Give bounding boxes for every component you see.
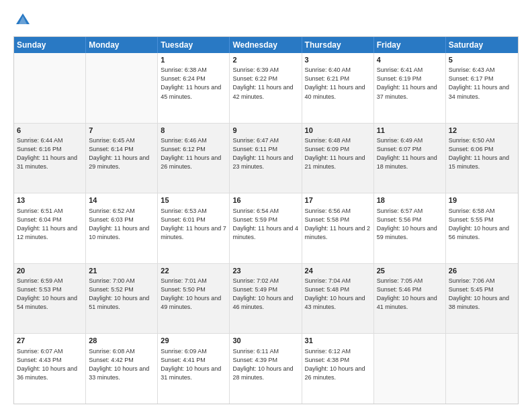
logo: [13, 11, 35, 30]
day-number: 8: [161, 126, 226, 136]
day-number: 21: [89, 266, 154, 276]
calendar-header: SundayMondayTuesdayWednesdayThursdayFrid…: [14, 37, 518, 53]
day-cell-20: 20Sunrise: 6:59 AMSunset: 5:53 PMDayligh…: [14, 264, 86, 334]
day-cell-14: 14Sunrise: 6:52 AMSunset: 6:03 PMDayligh…: [86, 193, 158, 263]
calendar: SundayMondayTuesdayWednesdayThursdayFrid…: [13, 36, 519, 404]
day-info: Sunrise: 7:01 AMSunset: 5:50 PMDaylight:…: [161, 277, 226, 312]
day-info: Sunrise: 6:51 AMSunset: 6:04 PMDaylight:…: [17, 207, 83, 242]
day-info: Sunrise: 7:00 AMSunset: 5:52 PMDaylight:…: [89, 277, 154, 312]
day-number: 19: [449, 195, 515, 205]
day-cell-23: 23Sunrise: 7:02 AMSunset: 5:49 PMDayligh…: [230, 264, 302, 334]
day-info: Sunrise: 6:57 AMSunset: 5:56 PMDaylight:…: [377, 207, 443, 242]
header-day-monday: Monday: [86, 37, 158, 53]
day-cell-5: 5Sunrise: 6:43 AMSunset: 6:17 PMDaylight…: [446, 53, 518, 123]
day-info: Sunrise: 6:47 AMSunset: 6:11 PMDaylight:…: [232, 136, 298, 171]
header-day-sunday: Sunday: [14, 37, 86, 53]
day-number: 13: [17, 195, 83, 205]
day-info: Sunrise: 6:52 AMSunset: 6:03 PMDaylight:…: [89, 207, 154, 242]
day-cell-31: 31Sunrise: 6:12 AMSunset: 4:38 PMDayligh…: [302, 334, 374, 404]
day-info: Sunrise: 6:46 AMSunset: 6:12 PMDaylight:…: [161, 136, 226, 171]
day-cell-17: 17Sunrise: 6:56 AMSunset: 5:58 PMDayligh…: [302, 193, 374, 263]
day-cell-21: 21Sunrise: 7:00 AMSunset: 5:52 PMDayligh…: [86, 264, 158, 334]
header-day-wednesday: Wednesday: [230, 37, 302, 53]
day-number: 31: [305, 336, 371, 346]
day-info: Sunrise: 6:54 AMSunset: 5:59 PMDaylight:…: [232, 207, 298, 242]
day-cell-24: 24Sunrise: 7:04 AMSunset: 5:48 PMDayligh…: [302, 264, 374, 334]
day-cell-11: 11Sunrise: 6:49 AMSunset: 6:07 PMDayligh…: [374, 124, 446, 193]
logo-icon: [13, 11, 32, 30]
day-info: Sunrise: 6:43 AMSunset: 6:17 PMDaylight:…: [449, 66, 515, 101]
day-info: Sunrise: 6:49 AMSunset: 6:07 PMDaylight:…: [377, 136, 443, 171]
day-cell-2: 2Sunrise: 6:39 AMSunset: 6:22 PMDaylight…: [230, 53, 302, 123]
day-number: 18: [377, 195, 443, 205]
day-info: Sunrise: 7:02 AMSunset: 5:49 PMDaylight:…: [232, 277, 298, 312]
day-number: 22: [161, 266, 226, 276]
day-number: 5: [449, 55, 515, 65]
day-cell-7: 7Sunrise: 6:45 AMSunset: 6:14 PMDaylight…: [86, 124, 158, 193]
day-cell-18: 18Sunrise: 6:57 AMSunset: 5:56 PMDayligh…: [374, 193, 446, 263]
day-number: 2: [232, 55, 298, 65]
calendar-body: 1Sunrise: 6:38 AMSunset: 6:24 PMDaylight…: [14, 53, 518, 404]
day-number: 10: [305, 126, 371, 136]
day-info: Sunrise: 6:53 AMSunset: 6:01 PMDaylight:…: [161, 207, 226, 242]
header-day-saturday: Saturday: [446, 37, 518, 53]
day-cell-6: 6Sunrise: 6:44 AMSunset: 6:16 PMDaylight…: [14, 124, 86, 193]
day-number: 7: [89, 126, 154, 136]
day-cell-12: 12Sunrise: 6:50 AMSunset: 6:06 PMDayligh…: [446, 124, 518, 193]
day-number: 11: [377, 126, 443, 136]
day-cell-9: 9Sunrise: 6:47 AMSunset: 6:11 PMDaylight…: [230, 124, 302, 193]
day-info: Sunrise: 6:58 AMSunset: 5:55 PMDaylight:…: [449, 207, 515, 242]
day-cell-29: 29Sunrise: 6:09 AMSunset: 4:41 PMDayligh…: [158, 334, 230, 404]
day-info: Sunrise: 6:56 AMSunset: 5:58 PMDaylight:…: [305, 207, 371, 242]
day-number: 26: [449, 266, 515, 276]
day-info: Sunrise: 6:09 AMSunset: 4:41 PMDaylight:…: [161, 347, 226, 382]
day-cell-1: 1Sunrise: 6:38 AMSunset: 6:24 PMDaylight…: [158, 53, 230, 123]
day-cell-16: 16Sunrise: 6:54 AMSunset: 5:59 PMDayligh…: [230, 193, 302, 263]
day-number: 20: [17, 266, 83, 276]
calendar-row-1: 1Sunrise: 6:38 AMSunset: 6:24 PMDaylight…: [14, 53, 518, 123]
day-info: Sunrise: 6:38 AMSunset: 6:24 PMDaylight:…: [161, 66, 226, 101]
calendar-row-3: 13Sunrise: 6:51 AMSunset: 6:04 PMDayligh…: [14, 193, 518, 263]
calendar-row-5: 27Sunrise: 6:07 AMSunset: 4:43 PMDayligh…: [14, 333, 518, 404]
calendar-row-2: 6Sunrise: 6:44 AMSunset: 6:16 PMDaylight…: [14, 123, 518, 193]
empty-cell: [446, 334, 518, 404]
day-cell-10: 10Sunrise: 6:48 AMSunset: 6:09 PMDayligh…: [302, 124, 374, 193]
day-cell-25: 25Sunrise: 7:05 AMSunset: 5:46 PMDayligh…: [374, 264, 446, 334]
header-day-friday: Friday: [374, 37, 446, 53]
day-number: 27: [17, 336, 83, 346]
header: [13, 11, 519, 30]
day-number: 6: [17, 126, 83, 136]
header-day-thursday: Thursday: [302, 37, 374, 53]
day-cell-26: 26Sunrise: 7:06 AMSunset: 5:45 PMDayligh…: [446, 264, 518, 334]
calendar-row-4: 20Sunrise: 6:59 AMSunset: 5:53 PMDayligh…: [14, 263, 518, 334]
day-number: 1: [161, 55, 226, 65]
day-number: 4: [377, 55, 443, 65]
day-cell-8: 8Sunrise: 6:46 AMSunset: 6:12 PMDaylight…: [158, 124, 230, 193]
day-number: 30: [232, 336, 298, 346]
header-day-tuesday: Tuesday: [158, 37, 230, 53]
day-cell-27: 27Sunrise: 6:07 AMSunset: 4:43 PMDayligh…: [14, 334, 86, 404]
day-cell-4: 4Sunrise: 6:41 AMSunset: 6:19 PMDaylight…: [374, 53, 446, 123]
day-number: 25: [377, 266, 443, 276]
day-number: 16: [232, 195, 298, 205]
day-info: Sunrise: 6:39 AMSunset: 6:22 PMDaylight:…: [232, 66, 298, 101]
day-number: 9: [232, 126, 298, 136]
day-number: 23: [232, 266, 298, 276]
day-number: 12: [449, 126, 515, 136]
day-cell-22: 22Sunrise: 7:01 AMSunset: 5:50 PMDayligh…: [158, 264, 230, 334]
day-cell-15: 15Sunrise: 6:53 AMSunset: 6:01 PMDayligh…: [158, 193, 230, 263]
day-number: 29: [161, 336, 226, 346]
day-info: Sunrise: 6:48 AMSunset: 6:09 PMDaylight:…: [305, 136, 371, 171]
day-info: Sunrise: 7:06 AMSunset: 5:45 PMDaylight:…: [449, 277, 515, 312]
day-info: Sunrise: 7:04 AMSunset: 5:48 PMDaylight:…: [305, 277, 371, 312]
calendar-page: SundayMondayTuesdayWednesdayThursdayFrid…: [0, 0, 532, 411]
day-cell-13: 13Sunrise: 6:51 AMSunset: 6:04 PMDayligh…: [14, 193, 86, 263]
empty-cell: [86, 53, 158, 123]
day-info: Sunrise: 6:50 AMSunset: 6:06 PMDaylight:…: [449, 136, 515, 171]
day-info: Sunrise: 6:11 AMSunset: 4:39 PMDaylight:…: [232, 347, 298, 382]
day-info: Sunrise: 6:40 AMSunset: 6:21 PMDaylight:…: [305, 66, 371, 101]
day-info: Sunrise: 7:05 AMSunset: 5:46 PMDaylight:…: [377, 277, 443, 312]
day-cell-30: 30Sunrise: 6:11 AMSunset: 4:39 PMDayligh…: [230, 334, 302, 404]
day-number: 15: [161, 195, 226, 205]
day-number: 14: [89, 195, 154, 205]
